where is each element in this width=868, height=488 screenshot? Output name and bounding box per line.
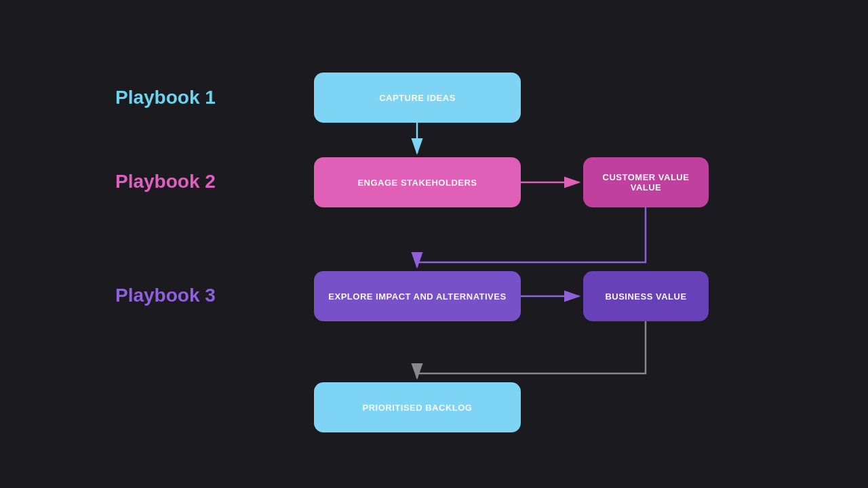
arrow-customer-to-explore bbox=[417, 207, 646, 267]
diagram-container: Playbook 1 Playbook 2 Playbook 3 CAPTURE… bbox=[0, 0, 868, 488]
engage-stakeholders-node[interactable]: ENGAGE STAKEHOLDERS bbox=[314, 157, 521, 207]
business-value-node[interactable]: BUSINESS VALUE bbox=[583, 271, 709, 321]
playbook-1-label: Playbook 1 bbox=[115, 87, 216, 108]
capture-ideas-node[interactable]: CAPTURE IDEAS bbox=[314, 73, 521, 123]
playbook-3-label: Playbook 3 bbox=[115, 285, 216, 306]
arrow-business-to-backlog bbox=[417, 321, 646, 378]
playbook-2-label: Playbook 2 bbox=[115, 171, 216, 192]
prioritised-backlog-node[interactable]: PRIORITISED BACKLOG bbox=[314, 382, 521, 432]
customer-value-node[interactable]: CUSTOMER VALUE VALUE bbox=[583, 157, 709, 207]
explore-impact-node[interactable]: EXPLORE IMPACT AND ALTERNATIVES bbox=[314, 271, 521, 321]
